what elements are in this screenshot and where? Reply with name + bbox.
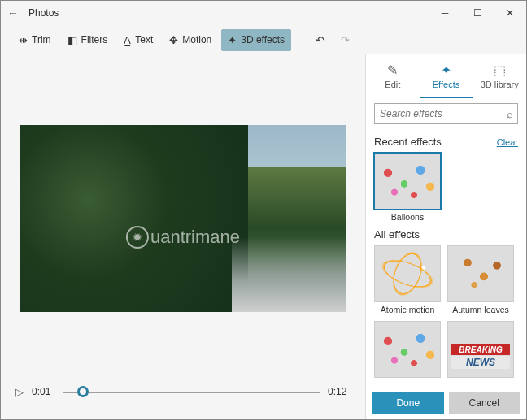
tab-3d-library[interactable]: ⬚3D library xyxy=(473,54,526,98)
minimize-button[interactable]: ─ xyxy=(429,1,461,25)
balloons-thumb-2 xyxy=(374,321,441,378)
effects-icon: ✦ xyxy=(441,63,451,78)
text-icon: A̲ xyxy=(124,34,131,46)
close-button[interactable]: ✕ xyxy=(494,1,526,25)
time-current: 0:01 xyxy=(32,386,54,397)
undo-button[interactable]: ↶ xyxy=(309,29,331,51)
filters-icon: ◧ xyxy=(68,34,77,46)
redo-button[interactable]: ↷ xyxy=(334,29,356,51)
3d-effects-button[interactable]: ✦3D effects xyxy=(221,29,291,51)
effect-card-autumn-leaves[interactable]: Autumn leaves xyxy=(447,245,514,314)
effects-panel: ✎Edit ✦Effects ⬚3D library ⌕ Recent effe… xyxy=(365,54,526,420)
titlebar: ← Photos ─ ☐ ✕ xyxy=(1,1,526,25)
window-controls: ─ ☐ ✕ xyxy=(429,1,526,25)
effect-card-breaking-news[interactable] xyxy=(447,321,514,378)
effect-card-balloons[interactable]: Balloons xyxy=(374,153,441,222)
recent-effects-title: Recent effects xyxy=(374,136,442,148)
panel-footer: Done Cancel xyxy=(366,385,526,420)
clear-link[interactable]: Clear xyxy=(497,137,518,147)
timeline-track[interactable] xyxy=(63,383,320,400)
effect-card-atomic-motion[interactable]: Atomic motion xyxy=(374,245,441,314)
search-wrap: ⌕ xyxy=(374,103,518,124)
video-preview[interactable]: ✹uantrimane xyxy=(20,125,346,312)
trim-icon: ⇹ xyxy=(19,34,28,46)
maximize-button[interactable]: ☐ xyxy=(461,1,494,25)
main: ✹uantrimane ▷ 0:01 0:12 ✎Edit ✦Effects ⬚… xyxy=(1,54,526,420)
text-button[interactable]: A̲Text xyxy=(117,29,159,51)
app-title: Photos xyxy=(25,7,429,19)
undo-icon: ↶ xyxy=(316,34,324,46)
tab-effects[interactable]: ✦Effects xyxy=(420,54,473,98)
search-icon[interactable]: ⌕ xyxy=(507,108,513,120)
panel-tabs: ✎Edit ✦Effects ⬚3D library xyxy=(366,54,526,98)
watermark: ✹uantrimane xyxy=(126,226,240,249)
done-button[interactable]: Done xyxy=(372,392,444,414)
atomic-thumb xyxy=(374,245,441,302)
cube-icon: ⬚ xyxy=(494,63,506,78)
tab-edit[interactable]: ✎Edit xyxy=(366,54,420,98)
redo-icon: ↷ xyxy=(341,34,350,46)
preview-area: ✹uantrimane ▷ 0:01 0:12 xyxy=(1,54,365,420)
all-effects-title: All effects xyxy=(374,228,420,240)
timeline: ▷ 0:01 0:12 xyxy=(12,374,354,409)
balloons-thumb xyxy=(374,153,441,210)
motion-button[interactable]: ✥Motion xyxy=(163,29,218,51)
pencil-icon: ✎ xyxy=(387,63,398,78)
search-input[interactable] xyxy=(374,103,518,124)
timeline-thumb[interactable] xyxy=(77,386,89,397)
breaking-thumb xyxy=(447,321,514,378)
filters-button[interactable]: ◧Filters xyxy=(61,29,115,51)
leaves-thumb xyxy=(447,245,514,302)
motion-icon: ✥ xyxy=(169,34,178,46)
sparkle-icon: ✦ xyxy=(228,34,237,46)
back-button[interactable]: ← xyxy=(1,6,25,19)
time-total: 0:12 xyxy=(328,386,351,397)
toolbar: ⇹Trim ◧Filters A̲Text ✥Motion ✦3D effect… xyxy=(1,25,526,54)
trim-button[interactable]: ⇹Trim xyxy=(12,29,58,51)
effect-card-balloons-2[interactable] xyxy=(374,321,441,378)
play-button[interactable]: ▷ xyxy=(15,386,24,398)
cancel-button[interactable]: Cancel xyxy=(449,392,520,414)
